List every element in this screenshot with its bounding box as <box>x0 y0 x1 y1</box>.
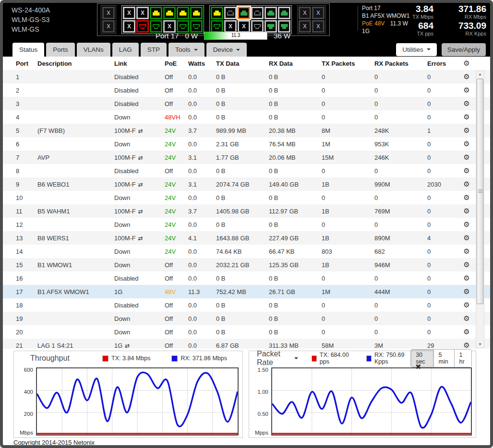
utilities-button[interactable]: Utilities <box>396 43 437 56</box>
port-status-21[interactable] <box>265 7 277 19</box>
port-status-15[interactable] <box>224 7 237 19</box>
rj45-jack-icon <box>193 11 200 16</box>
row-settings-gear[interactable] <box>461 166 472 175</box>
table-row-port-3[interactable]: 3DisabledOff0.00 B0 B000 <box>3 97 490 110</box>
table-row-port-20[interactable]: 20DownOff0.00 B0 B000 <box>3 325 490 339</box>
row-settings-gear[interactable] <box>461 99 472 108</box>
port-status-23[interactable] <box>278 7 290 19</box>
port-status-2[interactable]: X <box>123 20 135 33</box>
table-row-port-16[interactable]: 16DisabledOff0.00 B0 B000 <box>3 271 490 285</box>
port-status-12[interactable] <box>190 20 203 33</box>
table-row-port-1[interactable]: 1DisabledOff0.00 B0 B000 <box>3 70 490 83</box>
row-settings-gear[interactable] <box>461 260 472 269</box>
row-settings-gear[interactable] <box>461 72 472 81</box>
sfp-port-right-top[interactable]: X <box>312 7 325 19</box>
gear-icon <box>463 60 469 67</box>
row-settings-gear[interactable] <box>461 328 472 336</box>
tab-device[interactable]: Device <box>206 43 247 57</box>
port-status-4[interactable] <box>136 20 149 33</box>
table-row-port-10[interactable]: 10Down24V0.00 B0 B000 <box>3 191 490 204</box>
tab-ports[interactable]: Ports <box>46 43 75 57</box>
port-status-17[interactable] <box>238 7 250 19</box>
port-status-1[interactable]: X <box>123 7 135 19</box>
row-settings-gear[interactable] <box>461 113 472 121</box>
port-status-24[interactable] <box>278 20 290 33</box>
range-button-5-min[interactable]: 5 min <box>433 350 454 367</box>
sfp-port-left-bottom[interactable]: X <box>102 20 115 33</box>
row-settings-gear[interactable] <box>461 234 472 242</box>
port-status-19[interactable] <box>251 7 264 19</box>
table-row-port-2[interactable]: 2DisabledOff0.00 B0 B000 <box>3 83 490 97</box>
port-status-16[interactable]: X <box>224 20 237 33</box>
row-settings-gear[interactable] <box>461 86 472 94</box>
table-row-port-17[interactable]: 17B1 AF5X WMOW11G48V11.3752.42 MB26.71 G… <box>3 285 490 298</box>
table-settings-gear[interactable] <box>461 59 472 68</box>
row-settings-gear[interactable] <box>461 220 472 229</box>
save-apply-button[interactable]: Save/Apply <box>442 43 486 56</box>
sfp-port-right-top[interactable]: X <box>299 7 311 19</box>
table-row-port-13[interactable]: 13B8 WERS1100M-F24V4.11643.88 GB227.49 G… <box>3 231 490 245</box>
port-status-7[interactable] <box>163 7 176 19</box>
cell-port: 10 <box>16 194 37 201</box>
table-row-port-11[interactable]: 11B5 WAHM1100M-F24V3.71405.98 GB112.97 G… <box>3 204 490 218</box>
port-status-20[interactable] <box>251 20 264 33</box>
table-row-port-15[interactable]: 15B1 WMOW1DownOff0.02032.21 GB125.35 GB1… <box>3 258 490 271</box>
table-row-port-5[interactable]: 5(F7 WBB)100M-F24V3.7989.99 MB20.38 MB8M… <box>3 124 490 137</box>
scrollbar-thumb[interactable] <box>477 79 483 304</box>
port-status-3[interactable]: X <box>136 7 149 19</box>
table-row-port-18[interactable]: 18DisabledOff0.00 B0 B000 <box>3 298 490 312</box>
table-row-port-8[interactable]: 8DisabledOff0.00 B0 B000 <box>3 164 490 177</box>
tab-vlans[interactable]: VLANs <box>77 43 110 57</box>
sfp-port-left-top[interactable]: X <box>102 7 115 19</box>
row-settings-gear[interactable] <box>461 341 472 349</box>
row-settings-gear[interactable] <box>461 274 472 283</box>
tab-stp[interactable]: STP <box>141 43 167 57</box>
range-button-1-hr[interactable]: 1 hr <box>454 350 471 367</box>
row-settings-gear[interactable] <box>461 140 472 148</box>
table-row-port-7[interactable]: 7AVP100M-F24V3.11.77 GB20.06 MB15M246K0 <box>3 151 490 164</box>
port-status-6[interactable] <box>150 20 162 33</box>
sfp-port-right-bottom[interactable]: X <box>299 20 311 33</box>
port-status-11[interactable] <box>190 7 203 19</box>
table-row-port-6[interactable]: 6Down24V0.02.31 GB76.54 MB1M953K0 <box>3 137 490 151</box>
row-settings-gear[interactable] <box>461 193 472 202</box>
port-status-5[interactable] <box>150 7 162 19</box>
row-settings-gear[interactable] <box>461 301 472 309</box>
packet-rate-dropdown[interactable]: Packet Rate <box>257 350 298 367</box>
tab-tools[interactable]: Tools <box>168 43 204 57</box>
port-status-8[interactable]: X <box>163 20 176 33</box>
tab-status[interactable]: Status <box>12 43 44 57</box>
row-settings-gear[interactable] <box>461 247 472 256</box>
row-settings-gear[interactable] <box>461 207 472 215</box>
port-status-14[interactable] <box>211 20 223 33</box>
row-settings-gear[interactable] <box>461 180 472 189</box>
tab-lag[interactable]: LAG <box>112 43 139 57</box>
table-row-port-4[interactable]: 4Down48VH0.00 B0 B000 <box>3 110 490 124</box>
cell-tx-data: 0 B <box>216 87 269 94</box>
stat-tx-pps: 684TX pps <box>389 21 433 36</box>
table-row-port-14[interactable]: 14Down24V0.074.64 KB66.47 KB8036820 <box>3 245 490 258</box>
table-row-port-19[interactable]: 19DownOff0.00 B0 B000 <box>3 312 490 325</box>
port-status-18[interactable]: X <box>238 20 250 33</box>
port-column: XX <box>102 6 115 33</box>
row-settings-gear[interactable] <box>461 153 472 162</box>
table-row-port-9[interactable]: 9B6 WEBO1100M-F24V3.12074.74 GB149.40 GB… <box>3 177 490 191</box>
column-header-rx-data: RX Data <box>269 60 322 67</box>
stat-label: RX Kpps <box>439 31 486 36</box>
vertical-scrollbar[interactable]: ▲ ▼ <box>476 71 484 348</box>
table-row-port-12[interactable]: 12Down24V0.00 B0 B000 <box>3 218 490 231</box>
scroll-up-icon[interactable]: ▲ <box>476 71 484 78</box>
tab-label: Tools <box>175 46 191 53</box>
range-button-30-sec[interactable]: 30 sec <box>411 350 433 367</box>
port-status-13[interactable] <box>211 7 223 19</box>
cell-poe: Off <box>165 100 188 107</box>
row-settings-gear[interactable] <box>461 126 472 135</box>
table-row-port-21[interactable]: 21LAG 1 S4:211GOff0.06.87 GB311.33 MB58M… <box>3 339 490 349</box>
row-settings-gear[interactable] <box>461 314 472 323</box>
scroll-down-icon[interactable]: ▼ <box>476 341 484 348</box>
row-settings-gear[interactable] <box>461 287 472 296</box>
port-status-10[interactable] <box>177 20 189 33</box>
sfp-port-right-bottom[interactable]: X <box>312 20 325 33</box>
port-status-22[interactable] <box>265 20 277 33</box>
port-status-9[interactable] <box>177 7 189 19</box>
